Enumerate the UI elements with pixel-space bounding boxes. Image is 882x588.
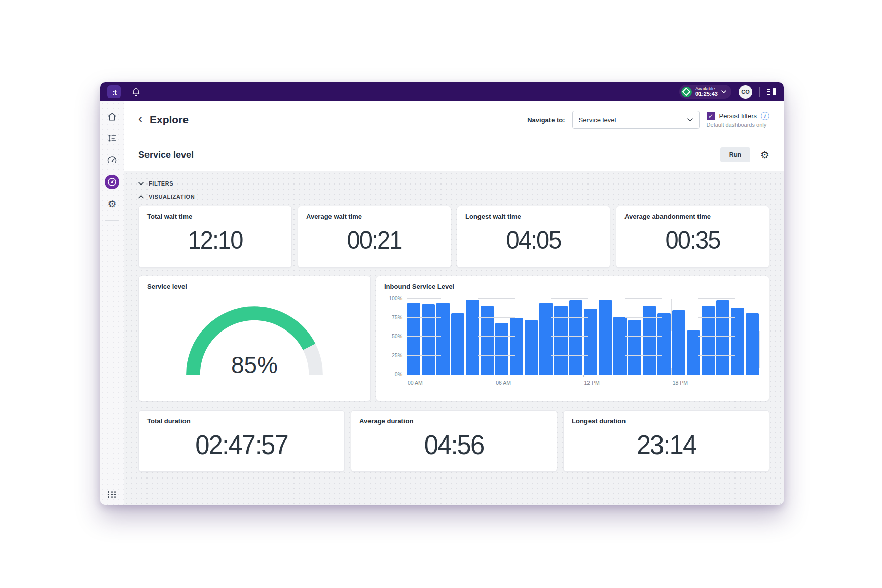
- x-tick: [407, 375, 407, 377]
- sidebar-item-dashboards[interactable]: [105, 153, 119, 167]
- x-tick-label: 18 PM: [673, 380, 688, 386]
- run-button[interactable]: Run: [720, 147, 750, 162]
- bar-hour-12[interactable]: [584, 309, 597, 375]
- x-tick: [583, 375, 584, 377]
- chevron-down-icon: [721, 90, 726, 93]
- page-title: Explore: [150, 114, 189, 126]
- sidebar-item-home[interactable]: [105, 109, 119, 124]
- agent-status-dropdown[interactable]: Available 01:25:43: [679, 85, 731, 99]
- bar-hour-18[interactable]: [672, 310, 685, 375]
- x-tick-label: 06 AM: [496, 380, 511, 386]
- kpi-label: Total wait time: [139, 206, 291, 220]
- sidebar-item-explore-active[interactable]: [105, 175, 119, 189]
- navigate-to-label: Navigate to:: [527, 116, 565, 124]
- kpi-label: Longest duration: [564, 411, 769, 425]
- bar-hour-15[interactable]: [628, 320, 641, 375]
- x-tick: [495, 375, 495, 377]
- bar-hour-02[interactable]: [436, 303, 450, 375]
- notifications-bell-icon[interactable]: [132, 87, 140, 96]
- bar-hour-10[interactable]: [554, 306, 567, 375]
- kpi-card-total-duration: Total duration 02:47:57: [138, 410, 345, 472]
- select-value: Service level: [579, 116, 616, 124]
- service-level-gauge: 85%: [175, 296, 334, 382]
- kpi-value: 04:05: [462, 226, 605, 255]
- kpi-card-longest-duration: Longest duration 23:14: [563, 410, 769, 472]
- page-header: ‹ Explore Navigate to: Service level ✓ P…: [124, 101, 784, 138]
- inbound-service-level-card: Inbound Service Level 0%25%50%75%100% 00…: [376, 276, 769, 401]
- bar-hour-06[interactable]: [495, 323, 508, 375]
- bar-hour-01[interactable]: [422, 304, 435, 375]
- kpi-value: 12:10: [143, 226, 287, 255]
- bar-hour-14[interactable]: [613, 317, 627, 375]
- home-icon: [107, 112, 117, 122]
- kpi-label: Total duration: [139, 411, 344, 425]
- kpi-card-average-abandonment-time: Average abandonment time 00:35: [616, 206, 769, 268]
- talkdesk-logo[interactable]: :t: [107, 85, 121, 98]
- bar-hour-20[interactable]: [702, 306, 715, 375]
- avatar[interactable]: CO: [739, 85, 752, 99]
- avatar-initials: CO: [741, 89, 750, 95]
- bar-hour-08[interactable]: [525, 320, 538, 375]
- x-tick-label: 12 PM: [584, 380, 600, 386]
- chart-x-axis: 00 AM06 AM12 PM18 PM: [407, 375, 760, 388]
- gridline-v: [583, 299, 583, 375]
- kpi-card-average-wait-time: Average wait time 00:21: [298, 206, 451, 268]
- sidebar-divider: [105, 220, 119, 221]
- bar-hour-04[interactable]: [466, 300, 479, 375]
- visualization-section-toggle[interactable]: VISUALIZATION: [138, 192, 769, 202]
- bar-hour-21[interactable]: [716, 300, 729, 375]
- x-tick: [672, 375, 672, 377]
- navigate-to-select[interactable]: Service level: [572, 111, 700, 129]
- content: ‹ Explore Navigate to: Service level ✓ P…: [124, 101, 784, 505]
- bar-hour-23[interactable]: [746, 313, 759, 375]
- kpi-row-top: Total wait time 12:10 Average wait time …: [138, 206, 769, 268]
- bar-hour-09[interactable]: [539, 303, 553, 375]
- persist-filters-block: ✓ Persist filters i Default dashboards o…: [707, 112, 769, 128]
- y-tick-label: 50%: [392, 333, 402, 339]
- dashboard-body: FILTERS VISUALIZATION Total wait time 12…: [124, 171, 784, 505]
- kpi-value: 23:14: [570, 429, 763, 460]
- bar-hour-17[interactable]: [657, 313, 671, 375]
- top-bar: :t Available 01:25:43 CO: [100, 82, 784, 101]
- kpi-label: Average abandonment time: [616, 206, 769, 220]
- main-area: ⚙ ‹ Explore Navigate to: Service level: [100, 101, 784, 505]
- agent-status-text: Available 01:25:43: [695, 86, 718, 97]
- kpi-card-average-duration: Average duration 04:56: [351, 410, 557, 472]
- bar-hour-11[interactable]: [569, 300, 582, 375]
- chart-title: Inbound Service Level: [376, 276, 769, 290]
- charts-row: Service level 85% Inbound Service Level: [138, 276, 769, 401]
- bar-hour-00[interactable]: [407, 303, 420, 375]
- kpi-value: 04:56: [357, 429, 550, 460]
- apps-grid-icon[interactable]: [108, 491, 116, 498]
- bar-hour-13[interactable]: [599, 300, 612, 375]
- back-chevron-icon[interactable]: ‹: [138, 113, 142, 127]
- bar-hour-03[interactable]: [451, 313, 464, 375]
- bar-hour-16[interactable]: [643, 306, 656, 375]
- topbar-divider: [759, 87, 760, 97]
- logo-glyph: :t: [112, 88, 116, 96]
- persist-filters-checkbox[interactable]: ✓: [707, 112, 715, 120]
- bar-hour-22[interactable]: [731, 308, 744, 375]
- visualization-section-label: VISUALIZATION: [149, 194, 195, 200]
- bar-hour-05[interactable]: [481, 306, 494, 375]
- sidebar-item-flows[interactable]: [105, 131, 119, 145]
- kpi-row-bottom: Total duration 02:47:57 Average duration…: [138, 410, 769, 472]
- kpi-label: Longest wait time: [457, 206, 610, 220]
- gauge-title: Service level: [139, 276, 370, 290]
- dashboard-toolbar: Service level Run ⚙: [124, 138, 784, 171]
- info-icon[interactable]: i: [761, 112, 769, 120]
- kpi-value: 00:21: [303, 226, 446, 255]
- gauge-value: 85%: [231, 352, 278, 378]
- filters-section-toggle[interactable]: FILTERS: [138, 178, 769, 189]
- gridline-v: [495, 299, 495, 375]
- conversations-panel-icon[interactable]: [767, 88, 777, 96]
- compass-icon: [105, 175, 119, 189]
- bar-hour-19[interactable]: [687, 330, 700, 375]
- sidebar-item-settings[interactable]: ⚙: [105, 197, 119, 211]
- bar-hour-07[interactable]: [510, 318, 523, 375]
- gear-icon: ⚙: [107, 199, 116, 209]
- dashboard-title: Service level: [138, 150, 194, 160]
- y-tick-label: 100%: [389, 295, 402, 301]
- gear-icon[interactable]: ⚙: [760, 150, 769, 160]
- chevron-down-icon: [687, 118, 693, 122]
